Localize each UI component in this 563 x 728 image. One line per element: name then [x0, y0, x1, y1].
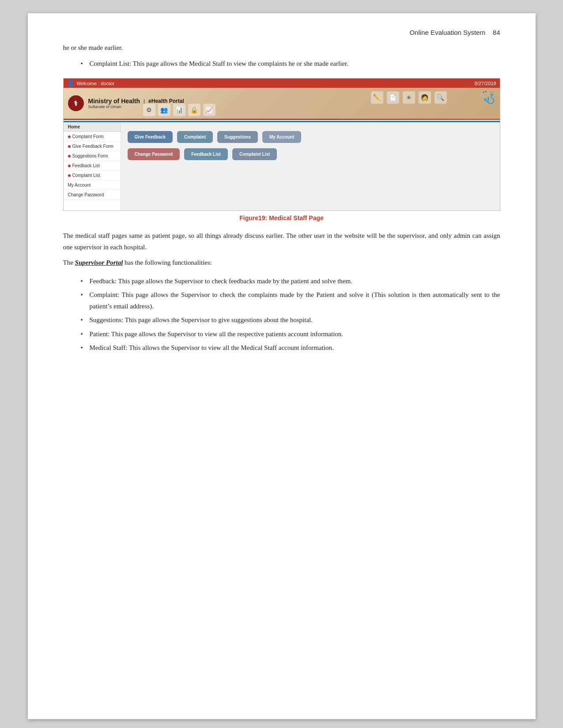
- asterisk-icon: ✳: [403, 91, 415, 104]
- portal-logo: ⚕: [68, 95, 84, 111]
- pencil-icon: ✏️: [371, 91, 383, 104]
- give-feedback-button[interactable]: Give Feedback: [128, 131, 173, 143]
- complaint-list-item: Complaint List: This page allows the Med…: [81, 58, 500, 70]
- portal-btn-row2: Change Password Feedback List Complaint …: [128, 148, 493, 160]
- sidebar-item-my-account[interactable]: My Account: [64, 180, 121, 190]
- dot-icon: [68, 165, 71, 167]
- complaint-list-bullet: Complaint List: This page allows the Med…: [81, 58, 500, 70]
- portal-topbar-left: 👤 Welcome : doctor: [67, 80, 114, 86]
- welcome-text: Welcome : doctor: [77, 81, 114, 86]
- body-text1: The medical staff pages same as patient …: [63, 230, 500, 253]
- supervisor-bullet-complaint: Complaint: This page allows the Supervis…: [81, 289, 500, 312]
- suggestions-button[interactable]: Suggestions: [217, 131, 258, 143]
- logo-symbol: ⚕: [74, 99, 78, 108]
- portal-screenshot: 👤 Welcome : doctor 8/27/2018 ⚕ Ministry …: [63, 78, 500, 211]
- portal-icons-row2: ⚙ 👥 📊 🔒 📈: [143, 104, 215, 116]
- separator: |: [144, 98, 145, 104]
- portal-body: Home Complaint Form Give Feedback Form S…: [64, 122, 500, 210]
- page-title-text: Online Evaluation System: [409, 29, 485, 36]
- portal-topbar: 👤 Welcome : doctor 8/27/2018: [64, 79, 500, 88]
- group-icon: 👥: [158, 104, 170, 116]
- page: Online Evaluation System 84 he or she ma…: [28, 13, 536, 719]
- my-account-button[interactable]: My Account: [262, 131, 301, 143]
- portal-content: Give Feedback Complaint Suggestions My A…: [121, 122, 500, 210]
- dot-icon: [68, 155, 71, 158]
- search-icon: 🔍: [435, 91, 447, 104]
- portal-red-bar: [64, 119, 500, 120]
- document-icon: 📄: [387, 91, 399, 104]
- supervisor-bullet-suggestions: Suggestions: This page allows the Superv…: [81, 315, 500, 326]
- supervisor-bullet-medical-staff: Medical Staff: This allows the Superviso…: [81, 342, 500, 354]
- chart-icon: 📈: [203, 104, 215, 116]
- portal-btn-row1: Give Feedback Complaint Suggestions My A…: [128, 131, 493, 143]
- portal-icons-row: ✏️ 📄 ✳ 🧑 🔍: [371, 91, 447, 104]
- user-icon: 👤: [67, 80, 74, 86]
- stethoscope-icon: 🩺: [480, 90, 495, 105]
- feedback-list-button[interactable]: Feedback List: [184, 148, 228, 160]
- sidebar-item-feedback-list[interactable]: Feedback List: [64, 161, 121, 171]
- intro-text: he or she made earlier.: [63, 42, 500, 54]
- person-icon: 🧑: [419, 91, 431, 104]
- settings-icon: ⚙: [143, 104, 155, 116]
- dot-icon: [68, 174, 71, 177]
- page-number: 84: [493, 29, 500, 36]
- sidebar-item-suggestions-form[interactable]: Suggestions Form: [64, 151, 121, 161]
- supervisor-portal-link: Supervisor Portal: [75, 259, 123, 266]
- dot-icon: [68, 135, 71, 138]
- table-icon: 📊: [173, 104, 185, 116]
- sidebar-home[interactable]: Home: [64, 122, 121, 132]
- sidebar-item-change-password[interactable]: Change Password: [64, 190, 121, 200]
- complaint-list-button[interactable]: Complaint List: [232, 148, 277, 160]
- page-header: Online Evaluation System 84: [409, 29, 500, 36]
- supervisor-bullets: Feedback: This page allows the Superviso…: [81, 276, 500, 354]
- lock-icon: 🔒: [188, 104, 200, 116]
- sidebar-item-give-feedback-form[interactable]: Give Feedback Form: [64, 142, 121, 151]
- date-text: 8/27/2018: [475, 81, 496, 86]
- figure-caption: Figure19: Medical Staff Page: [63, 214, 500, 221]
- sidebar-item-complaint-list[interactable]: Complaint List: [64, 171, 121, 180]
- dot-icon: [68, 145, 71, 148]
- change-password-button[interactable]: Change Password: [128, 148, 180, 160]
- portal-header: ⚕ Ministry of Health | eHealth Portal Su…: [64, 88, 500, 119]
- complaint-button[interactable]: Complaint: [177, 131, 213, 143]
- supervisor-portal-line: The Supervisor Portal has the following …: [63, 257, 500, 269]
- supervisor-bullet-feedback: Feedback: This page allows the Superviso…: [81, 276, 500, 287]
- sidebar-item-complaint-form[interactable]: Complaint Form: [64, 132, 121, 142]
- supervisor-bullet-patient: Patient: This page allows the Supervisor…: [81, 329, 500, 340]
- portal-wrapper: 👤 Welcome : doctor 8/27/2018 ⚕ Ministry …: [64, 79, 500, 210]
- portal-sidebar: Home Complaint Form Give Feedback Form S…: [64, 122, 121, 210]
